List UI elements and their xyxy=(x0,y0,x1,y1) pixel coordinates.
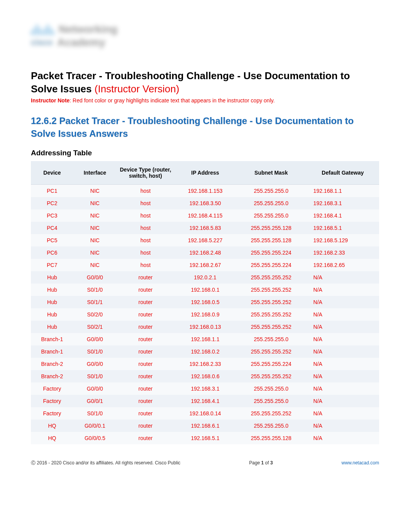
cell-device: Hub xyxy=(31,271,73,284)
footer-page: Page 1 of 3 xyxy=(249,460,273,466)
col-interface: Interface xyxy=(73,161,117,185)
cell-interface: NIC xyxy=(73,209,117,222)
cell-ip: 192.168.2.67 xyxy=(175,259,236,271)
cell-ip: 192.168.4.115 xyxy=(175,209,236,222)
table-row: PC4NIChost192.168.5.83255.255.255.128192… xyxy=(31,222,379,234)
cell-ip: 192.168.4.1 xyxy=(175,395,236,407)
cell-gateway: N/A xyxy=(307,345,379,358)
cell-type: router xyxy=(117,432,175,444)
logo: Networking cisco Academy xyxy=(31,23,154,60)
cell-device: Branch-1 xyxy=(31,333,73,345)
cell-gateway: 192.168.1.1 xyxy=(307,184,379,197)
footer: Ⓒ 2016 - 2020 Cisco and/or its affiliate… xyxy=(31,460,379,466)
page-title: Packet Tracer - Troubleshooting Challeng… xyxy=(31,70,379,96)
cell-mask: 255.255.255.252 xyxy=(236,407,307,420)
cell-gateway: N/A xyxy=(307,370,379,382)
cell-interface: NIC xyxy=(73,184,117,197)
cell-ip: 192.168.6.1 xyxy=(175,420,236,432)
title-main: Packet Tracer - Troubleshooting Challeng… xyxy=(31,70,350,95)
col-device-type: Device Type (router, switch, host) xyxy=(117,161,175,185)
cell-interface: NIC xyxy=(73,259,117,271)
cell-device: Hub xyxy=(31,308,73,321)
title-version: (Instructor Version) xyxy=(95,83,180,95)
cell-mask: 255.255.255.224 xyxy=(236,259,307,271)
cell-ip: 192.168.0.5 xyxy=(175,296,236,308)
table-row: PC6NIChost192.168.2.48255.255.255.224192… xyxy=(31,246,379,259)
table-row: Branch-2S0/1/0router192.168.0.6255.255.2… xyxy=(31,370,379,382)
cell-mask: 255.255.255.0 xyxy=(236,382,307,395)
cell-type: router xyxy=(117,345,175,358)
cell-mask: 255.255.255.128 xyxy=(236,234,307,246)
cell-type: router xyxy=(117,370,175,382)
table-row: HubS0/2/0router192.168.0.9255.255.255.25… xyxy=(31,308,379,321)
col-gateway: Default Gateway xyxy=(307,161,379,185)
cell-interface: NIC xyxy=(73,222,117,234)
cell-mask: 255.255.255.0 xyxy=(236,333,307,345)
table-row: HubS0/1/0router192.168.0.1255.255.255.25… xyxy=(31,284,379,296)
col-ip: IP Address xyxy=(175,161,236,185)
cell-device: Branch-2 xyxy=(31,370,73,382)
logo-text-top: Networking xyxy=(59,23,117,36)
cell-mask: 255.255.255.128 xyxy=(236,432,307,444)
instructor-note: Instructor Note: Red font color or gray … xyxy=(31,97,379,104)
instructor-note-label: Instructor Note xyxy=(31,97,69,104)
cell-ip: 192.168.0.6 xyxy=(175,370,236,382)
table-row: FactoryG0/0/0router192.168.3.1255.255.25… xyxy=(31,382,379,395)
cell-device: Hub xyxy=(31,296,73,308)
cell-interface: S0/1/1 xyxy=(73,296,117,308)
cell-gateway: 192.168.3.1 xyxy=(307,197,379,209)
cell-interface: G0/0/0.5 xyxy=(73,432,117,444)
table-row: Branch-2G0/0/0router192.168.2.33255.255.… xyxy=(31,358,379,370)
cell-gateway: N/A xyxy=(307,308,379,321)
cell-ip: 192.168.0.1 xyxy=(175,284,236,296)
cell-gateway: 192.168.4.1 xyxy=(307,209,379,222)
cell-ip: 192.168.0.9 xyxy=(175,308,236,321)
cell-gateway: N/A xyxy=(307,420,379,432)
footer-copyright: Ⓒ 2016 - 2020 Cisco and/or its affiliate… xyxy=(31,460,180,466)
table-row: HQG0/0/0.1router192.168.6.1255.255.255.0… xyxy=(31,420,379,432)
cell-type: router xyxy=(117,382,175,395)
cell-ip: 192.168.1.1 xyxy=(175,333,236,345)
footer-link[interactable]: www.netacad.com xyxy=(342,460,379,466)
cell-ip: 192.168.2.48 xyxy=(175,246,236,259)
cell-gateway: N/A xyxy=(307,271,379,284)
logo-text-academy: Academy xyxy=(57,36,105,49)
cell-mask: 255.255.255.128 xyxy=(236,222,307,234)
cell-device: HQ xyxy=(31,420,73,432)
answers-heading-link[interactable]: 12.6.2 Packet Tracer - Troubleshooting C… xyxy=(31,114,379,140)
cell-ip: 192.168.0.14 xyxy=(175,407,236,420)
cell-mask: 255.255.255.252 xyxy=(236,308,307,321)
cell-ip: 192.168.5.1 xyxy=(175,432,236,444)
cell-type: host xyxy=(117,246,175,259)
cell-type: router xyxy=(117,321,175,333)
addressing-table-heading: Addressing Table xyxy=(31,149,379,157)
cell-ip: 192.168.0.13 xyxy=(175,321,236,333)
table-row: FactoryS0/1/0router192.168.0.14255.255.2… xyxy=(31,407,379,420)
cell-type: host xyxy=(117,234,175,246)
cell-type: host xyxy=(117,209,175,222)
table-row: FactoryG0/0/1router192.168.4.1255.255.25… xyxy=(31,395,379,407)
cisco-bars-icon xyxy=(31,24,54,35)
cell-interface: G0/0/1 xyxy=(73,395,117,407)
cell-interface: S0/1/0 xyxy=(73,370,117,382)
cell-interface: G0/0/0 xyxy=(73,271,117,284)
cell-gateway: N/A xyxy=(307,296,379,308)
table-row: Branch-1S0/1/0router192.168.0.2255.255.2… xyxy=(31,345,379,358)
cell-type: router xyxy=(117,407,175,420)
cell-device: PC2 xyxy=(31,197,73,209)
table-row: PC1NIChost192.168.1.153255.255.255.0192.… xyxy=(31,184,379,197)
cell-device: PC1 xyxy=(31,184,73,197)
table-row: PC2NIChost192.168.3.50255.255.255.0192.1… xyxy=(31,197,379,209)
cell-device: PC3 xyxy=(31,209,73,222)
cell-type: router xyxy=(117,308,175,321)
cell-device: Factory xyxy=(31,407,73,420)
cell-mask: 255.255.255.224 xyxy=(236,358,307,370)
cell-mask: 255.255.255.0 xyxy=(236,420,307,432)
cell-mask: 255.255.255.252 xyxy=(236,321,307,333)
cell-ip: 192.168.3.1 xyxy=(175,382,236,395)
cell-interface: S0/1/0 xyxy=(73,345,117,358)
cell-interface: G0/0/0 xyxy=(73,382,117,395)
cell-device: PC7 xyxy=(31,259,73,271)
col-device: Device xyxy=(31,161,73,185)
cell-ip: 192.168.1.153 xyxy=(175,184,236,197)
